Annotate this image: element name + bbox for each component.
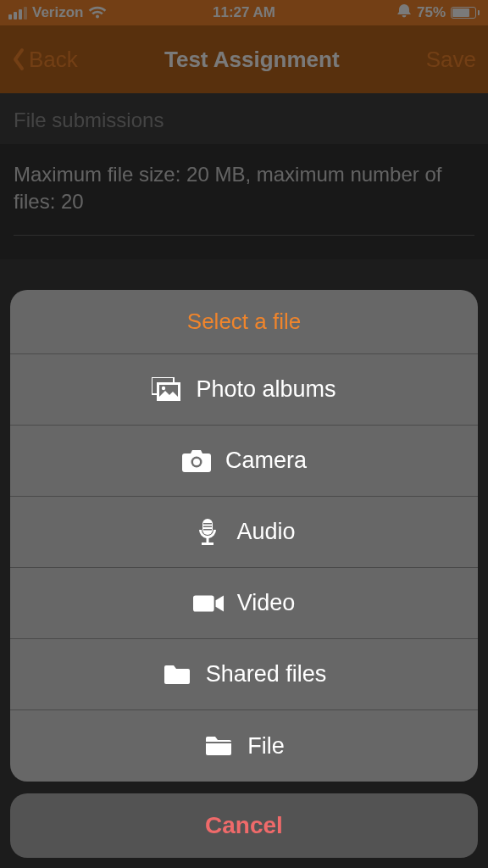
- option-label: Camera: [225, 448, 307, 474]
- option-label: Audio: [236, 519, 295, 545]
- action-sheet-panel: Select a file Photo albums Camera Audio: [10, 290, 478, 782]
- action-sheet: Select a file Photo albums Camera Audio: [10, 290, 478, 858]
- option-label: Video: [237, 590, 296, 616]
- action-sheet-title: Select a file: [10, 290, 478, 354]
- screen: Verizon 11:27 AM 75% Back Test Assignmen…: [0, 0, 488, 868]
- option-label: File: [247, 733, 285, 760]
- option-camera[interactable]: Camera: [10, 426, 478, 497]
- option-label: Photo albums: [196, 376, 336, 403]
- option-shared-files[interactable]: Shared files: [10, 639, 478, 710]
- photo-albums-icon: [152, 376, 182, 403]
- file-icon: [203, 732, 234, 760]
- option-video[interactable]: Video: [10, 568, 478, 639]
- svg-rect-6: [193, 595, 214, 611]
- audio-icon: [192, 519, 223, 546]
- svg-rect-7: [206, 742, 231, 743]
- option-photo-albums[interactable]: Photo albums: [10, 354, 478, 426]
- svg-point-3: [162, 386, 165, 389]
- option-file[interactable]: File: [10, 710, 478, 782]
- option-label: Shared files: [206, 661, 327, 687]
- cancel-button[interactable]: Cancel: [10, 793, 478, 858]
- shared-files-icon: [162, 661, 192, 688]
- video-icon: [193, 590, 224, 617]
- svg-point-5: [193, 459, 200, 465]
- camera-icon: [181, 448, 212, 475]
- option-audio[interactable]: Audio: [10, 497, 478, 568]
